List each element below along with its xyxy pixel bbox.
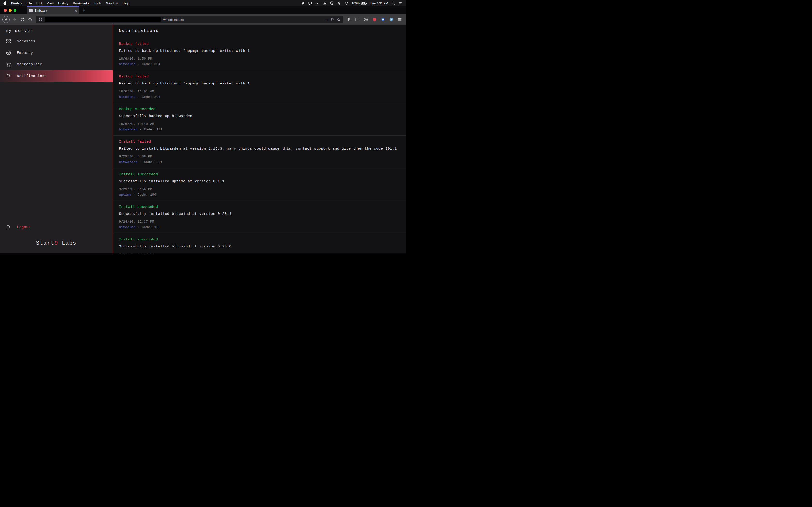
notification-message: Successfully installed uptime at version… bbox=[119, 179, 403, 183]
notification-service-link[interactable]: bitwarden bbox=[119, 160, 138, 164]
notification-message: Failed to back up bitcoind: "appmgr back… bbox=[119, 49, 403, 53]
forward-icon bbox=[12, 17, 17, 22]
notification-timestamp: 9/29/20, 5:56 PM bbox=[119, 187, 403, 191]
menubar-item-view[interactable]: View bbox=[47, 1, 54, 5]
toolbar-right-icons bbox=[346, 16, 403, 23]
sidebar-item-label: Services bbox=[17, 39, 35, 44]
notification-code: - Code: 301 bbox=[138, 160, 162, 164]
notification-title: Backup succeeded bbox=[119, 107, 403, 111]
notification-message: Failed to back up bitcoind: "appmgr back… bbox=[119, 81, 403, 86]
notification-meta: bitwarden - Code: 101 bbox=[119, 128, 403, 131]
extension-red-shield-button[interactable] bbox=[371, 16, 378, 23]
menu-list-icon[interactable] bbox=[399, 1, 403, 5]
browser-tab-embassy[interactable]: Embassy × bbox=[27, 6, 79, 14]
logout-button[interactable]: Logout bbox=[0, 221, 113, 233]
notification-service-link[interactable]: bitcoind bbox=[119, 95, 136, 99]
notification-title: Backup failed bbox=[119, 42, 403, 46]
notification-list: Backup failedFailed to back up bitcoind:… bbox=[113, 38, 406, 253]
sidebar-toggle-button[interactable] bbox=[354, 16, 361, 23]
extension-blue-shield-icon bbox=[380, 17, 385, 22]
brand-footer: Start9 Labs bbox=[0, 236, 113, 253]
urlbar[interactable]: /#/notifications ⋯ bbox=[36, 16, 343, 23]
library-button[interactable] bbox=[346, 16, 352, 23]
notification-timestamp: 10/6/20, 10:49 AM bbox=[119, 122, 403, 126]
glasses-icon[interactable] bbox=[315, 1, 319, 5]
sidebar-toggle-icon bbox=[355, 17, 360, 22]
telegram-icon[interactable] bbox=[301, 1, 305, 5]
menubar-item-edit[interactable]: Edit bbox=[37, 1, 42, 5]
battery-status[interactable]: 100% bbox=[352, 1, 367, 5]
notification-message: Successfully installed bitcoind at versi… bbox=[119, 244, 403, 249]
bookmark-star-icon[interactable] bbox=[337, 18, 341, 22]
sidebar-nav: ServicesEmbassyMarketplaceNotifications bbox=[0, 36, 113, 82]
search-icon[interactable] bbox=[392, 1, 395, 5]
sidebar-item-services[interactable]: Services bbox=[0, 36, 113, 47]
notification-meta: bitcoind - Code: 100 bbox=[119, 225, 403, 229]
notification-title: Install succeeded bbox=[119, 237, 403, 242]
extension-teal-shield-button[interactable] bbox=[388, 16, 395, 23]
notification-meta: bitcoind - Code: 304 bbox=[119, 62, 403, 66]
notification-service-link[interactable]: bitcoind bbox=[119, 225, 136, 229]
bluetooth-icon[interactable] bbox=[337, 1, 341, 5]
tab-close-button[interactable]: × bbox=[75, 9, 77, 12]
notification-message: Failed to install bitwarden at version 1… bbox=[119, 147, 403, 151]
battery-percent: 100% bbox=[352, 1, 360, 5]
extension-blue-shield-button[interactable] bbox=[379, 16, 386, 23]
notification-service-link[interactable]: bitwarden bbox=[119, 128, 138, 131]
forward-button[interactable] bbox=[11, 16, 18, 23]
apple-menu-icon[interactable] bbox=[3, 1, 6, 5]
tab-title: Embassy bbox=[35, 9, 73, 12]
time-machine-icon[interactable] bbox=[330, 1, 334, 5]
notification-service-link[interactable]: uptime bbox=[119, 193, 132, 196]
wifi-icon[interactable] bbox=[344, 1, 348, 5]
reload-button[interactable] bbox=[18, 16, 27, 23]
menubar-item-file[interactable]: File bbox=[27, 1, 32, 5]
new-tab-button[interactable]: + bbox=[83, 8, 85, 13]
notification-code: - Code: 101 bbox=[138, 128, 162, 131]
hamburger-menu-button[interactable] bbox=[396, 16, 403, 23]
keyboard-icon[interactable] bbox=[323, 1, 326, 5]
back-icon bbox=[4, 17, 8, 22]
notification-item: Backup succeededSuccessfully backed up b… bbox=[113, 103, 406, 136]
notification-service-link[interactable]: bitcoind bbox=[119, 62, 136, 66]
messages-icon[interactable] bbox=[308, 1, 312, 5]
extension-teal-shield-icon bbox=[389, 17, 394, 22]
notification-item: Backup failedFailed to back up bitcoind:… bbox=[113, 38, 406, 70]
notification-meta: uptime - Code: 100 bbox=[119, 193, 403, 196]
sidebar-item-label: Notifications bbox=[17, 74, 47, 78]
account-button[interactable] bbox=[362, 16, 369, 23]
menubar-item-history[interactable]: History bbox=[58, 1, 68, 5]
notification-code: - Code: 304 bbox=[136, 95, 160, 99]
notification-title: Install succeeded bbox=[119, 172, 403, 176]
menubar-app-name[interactable]: Firefox bbox=[11, 1, 22, 5]
page-shield-icon[interactable] bbox=[331, 18, 335, 22]
page-actions-button[interactable]: ⋯ bbox=[324, 18, 328, 21]
cart-icon bbox=[6, 62, 11, 67]
sidebar-item-embassy[interactable]: Embassy bbox=[0, 47, 113, 59]
window-close-button[interactable] bbox=[4, 9, 7, 12]
menubar-item-help[interactable]: Help bbox=[122, 1, 129, 5]
tracking-protection-shield-icon[interactable] bbox=[39, 18, 43, 22]
brand-nine: 9 bbox=[54, 240, 58, 246]
window-minimize-button[interactable] bbox=[9, 9, 12, 12]
grid-icon bbox=[6, 39, 11, 44]
logout-label: Logout bbox=[17, 225, 31, 229]
back-button[interactable] bbox=[2, 16, 10, 23]
brand-labs: Labs bbox=[58, 240, 77, 246]
sidebar-item-notifications[interactable]: Notifications bbox=[0, 70, 113, 82]
menubar-status-area: 100% Tue 2:31 PM bbox=[301, 1, 403, 5]
menubar-item-bookmarks[interactable]: Bookmarks bbox=[73, 1, 89, 5]
menubar-item-tools[interactable]: Tools bbox=[94, 1, 102, 5]
browser-tab-bar: Embassy × + bbox=[0, 6, 406, 14]
home-button[interactable] bbox=[27, 16, 34, 23]
sidebar-item-marketplace[interactable]: Marketplace bbox=[0, 59, 113, 70]
menubar-item-window[interactable]: Window bbox=[106, 1, 118, 5]
main-panel: Notifications Backup failedFailed to bac… bbox=[113, 24, 406, 253]
reload-icon bbox=[20, 17, 25, 22]
window-zoom-button[interactable] bbox=[13, 9, 16, 12]
notification-message: Successfully backed up bitwarden bbox=[119, 114, 403, 118]
brand-start: Start bbox=[36, 240, 54, 246]
notification-title: Install failed bbox=[119, 140, 403, 144]
menubar-clock[interactable]: Tue 2:31 PM bbox=[370, 1, 388, 5]
notification-item: Install failedFailed to install bitwarde… bbox=[113, 136, 406, 168]
